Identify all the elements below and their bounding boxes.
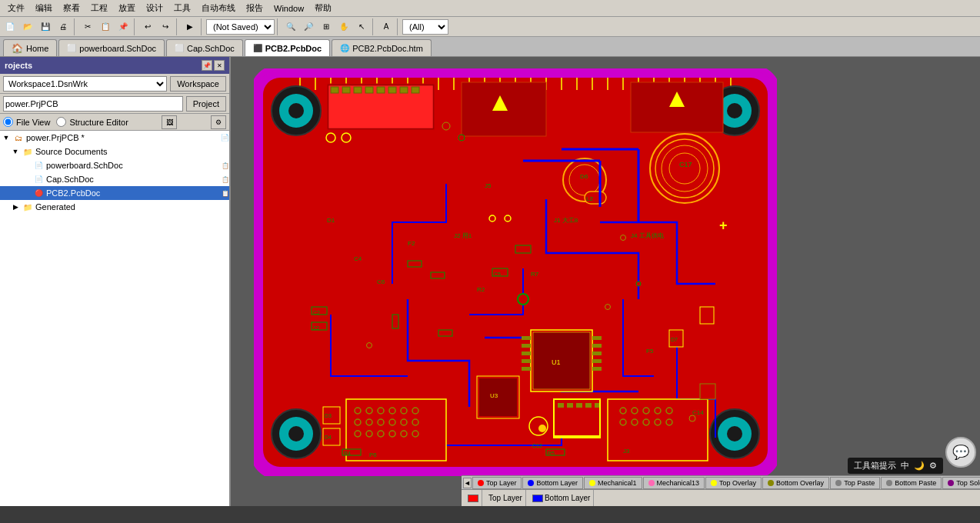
layer-top-overlay[interactable]: Top Overlay bbox=[705, 477, 762, 489]
tree-node-powerboard[interactable]: 📄 powerboard.SchDoc 📋 bbox=[0, 158, 229, 172]
layer-bottom[interactable]: Bottom Layer bbox=[522, 477, 583, 489]
menu-window[interactable]: Window bbox=[269, 2, 308, 15]
svg-text:D4: D4 bbox=[325, 435, 332, 440]
tab-pcb2-pcbdoc[interactable]: ⬛ PCB2.PcbDoc bbox=[245, 39, 330, 56]
tree-node-source-docs[interactable]: ▼ 📁 Source Documents bbox=[0, 145, 229, 158]
tab-cap-schdoc[interactable]: ⬜ Cap.SchDoc bbox=[166, 39, 243, 56]
svg-rect-84 bbox=[592, 336, 602, 340]
tb-fit[interactable]: ⊞ bbox=[318, 18, 335, 35]
bottom-overlay-label: Bottom Overlay bbox=[776, 479, 824, 487]
tb-select[interactable]: ↖ bbox=[353, 18, 370, 35]
svg-text:C6: C6 bbox=[377, 278, 385, 285]
view-icon-btn-2[interactable]: ⚙ bbox=[211, 115, 226, 129]
menu-view[interactable]: 察看 bbox=[58, 1, 85, 15]
tab-pcb2-htm[interactable]: 🌐 PCB2.PcbDoc.htm bbox=[332, 39, 432, 56]
svg-text:J3: J3 bbox=[623, 448, 630, 455]
menu-help[interactable]: 帮助 bbox=[310, 1, 336, 15]
tb-zoom-in[interactable]: 🔍 bbox=[282, 18, 299, 35]
svg-point-105 bbox=[605, 305, 611, 310]
project-input[interactable] bbox=[3, 96, 183, 112]
tb-save[interactable]: 💾 bbox=[37, 18, 54, 35]
structure-editor-radio[interactable]: Structure Editor bbox=[56, 117, 128, 127]
tb-open[interactable]: 📂 bbox=[19, 18, 36, 35]
tb-cut[interactable]: ✂ bbox=[79, 18, 96, 35]
svg-point-119 bbox=[355, 431, 361, 437]
canvas-area[interactable]: C17 D6 L2 + bbox=[231, 57, 980, 506]
svg-point-113 bbox=[378, 408, 384, 414]
tb-3d[interactable]: A bbox=[378, 18, 395, 35]
tb-pan[interactable]: ✋ bbox=[335, 18, 352, 35]
tree-node-pcb2[interactable]: 🔴 PCB2.PcbDoc 📋 bbox=[0, 186, 229, 200]
projects-header: rojects 📌 ✕ bbox=[0, 57, 229, 74]
layer-top-paste[interactable]: Top Paste bbox=[830, 477, 880, 489]
tb-run[interactable]: ▶ bbox=[182, 18, 198, 35]
projects-pin-btn[interactable]: 📌 bbox=[202, 60, 212, 71]
svg-point-121 bbox=[378, 431, 384, 437]
structure-editor-radio-input[interactable] bbox=[56, 117, 66, 127]
view-icon-btn-1[interactable]: 🖼 bbox=[162, 115, 177, 129]
tb-paste[interactable]: 📌 bbox=[115, 18, 132, 35]
tab-powerboard-schdoc[interactable]: ⬜ powerboard.SchDoc bbox=[58, 39, 165, 56]
root-label: power.PrjPCB * bbox=[26, 133, 219, 142]
svg-rect-143 bbox=[558, 403, 564, 408]
tb-print[interactable]: 🖨 bbox=[55, 18, 72, 35]
cap-label: Cap.SchDoc bbox=[46, 175, 220, 184]
svg-text:J4 工具供电: J4 工具供电 bbox=[631, 232, 664, 239]
layer-scroll-left[interactable]: ◄ bbox=[463, 478, 472, 488]
chat-overlay[interactable]: 💬 bbox=[945, 437, 976, 468]
layer-mech1[interactable]: Mechanical1 bbox=[584, 477, 642, 489]
workspace-button[interactable]: Workspace bbox=[170, 76, 226, 92]
menu-edit[interactable]: 编辑 bbox=[31, 1, 57, 15]
svg-rect-175 bbox=[700, 384, 715, 399]
tb-zoom-out[interactable]: 🔎 bbox=[300, 18, 317, 35]
svg-point-127 bbox=[401, 431, 407, 437]
tb-undo[interactable]: ↩ bbox=[139, 18, 156, 35]
tree-node-cap[interactable]: 📄 Cap.SchDoc 📋 bbox=[0, 172, 229, 186]
htm-icon: 🌐 bbox=[340, 44, 349, 52]
tb-new[interactable]: 📄 bbox=[2, 18, 18, 35]
menu-project[interactable]: 工程 bbox=[86, 1, 112, 15]
menu-file[interactable]: 文件 bbox=[3, 1, 29, 15]
svg-point-138 bbox=[655, 419, 661, 425]
svg-rect-145 bbox=[576, 403, 582, 408]
status-color-red bbox=[465, 490, 482, 506]
project-bar: Project bbox=[0, 94, 229, 114]
all-dropdown[interactable]: (All) bbox=[402, 19, 448, 35]
not-saved-dropdown[interactable]: (Not Saved) bbox=[206, 19, 275, 35]
layer-top-solder[interactable]: Top Solder bbox=[942, 477, 980, 489]
projects-close-btn[interactable]: ✕ bbox=[214, 60, 225, 71]
menu-place[interactable]: 放置 bbox=[114, 1, 140, 15]
tb-redo[interactable]: ↪ bbox=[157, 18, 174, 35]
tooltip-panel: 工具箱提示 中 🌙 ⚙ bbox=[848, 458, 943, 474]
pcb2-label: PCB2.PcbDoc bbox=[46, 188, 220, 198]
svg-rect-96 bbox=[431, 272, 445, 278]
pcb2-badge: 📋 bbox=[222, 190, 229, 197]
svg-point-42 bbox=[727, 426, 742, 441]
settings-icon-small: ⚙ bbox=[929, 461, 937, 471]
menu-reports[interactable]: 报告 bbox=[242, 1, 268, 15]
layer-bottom-overlay[interactable]: Bottom Overlay bbox=[762, 477, 829, 489]
layer-mech13[interactable]: Mechanical13 bbox=[643, 477, 705, 489]
structure-editor-label: Structure Editor bbox=[69, 118, 128, 127]
svg-point-112 bbox=[366, 408, 372, 414]
file-view-radio-input[interactable] bbox=[3, 117, 13, 127]
projects-title: rojects bbox=[5, 61, 32, 70]
menu-tools[interactable]: 工具 bbox=[169, 1, 195, 15]
menu-design[interactable]: 设计 bbox=[142, 1, 168, 15]
project-button[interactable]: Project bbox=[186, 96, 226, 112]
workspace-dropdown[interactable]: Workspace1.DsnWrk bbox=[3, 76, 167, 92]
chat-icon: 💬 bbox=[952, 444, 969, 461]
layer-bottom-paste[interactable]: Bottom Paste bbox=[881, 477, 942, 489]
tree-node-root[interactable]: ▼ 🗂 power.PrjPCB * 📄 bbox=[0, 131, 229, 145]
svg-point-33 bbox=[288, 103, 304, 118]
pcb2-icon: 🔴 bbox=[32, 187, 45, 199]
top-layer-status: Top Layer bbox=[488, 494, 522, 502]
menu-autoroute[interactable]: 自动布线 bbox=[197, 1, 240, 15]
file-view-radio[interactable]: File View bbox=[3, 117, 50, 127]
layer-top[interactable]: Top Layer bbox=[472, 477, 522, 489]
tb-copy[interactable]: 📋 bbox=[97, 18, 114, 35]
svg-point-140 bbox=[666, 419, 672, 425]
tree-node-generated[interactable]: ▶ 📁 Generated bbox=[0, 200, 229, 214]
tab-home[interactable]: 🏠 Home bbox=[3, 39, 57, 56]
svg-text:U1: U1 bbox=[552, 358, 561, 366]
